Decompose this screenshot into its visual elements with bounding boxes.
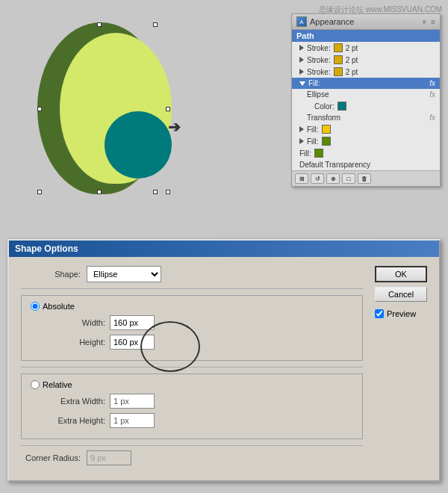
fill-row-4[interactable]: Fill: (292, 147, 440, 159)
expand-icon (299, 57, 304, 63)
width-input[interactable] (110, 315, 155, 330)
default-transparency-row: Default Transparency (292, 159, 440, 170)
ellipse-label: Ellipse (307, 90, 329, 99)
absolute-radio[interactable] (31, 302, 40, 311)
extra-width-input[interactable] (110, 394, 155, 409)
dialog-title: Shape Options (15, 244, 78, 254)
expand-icon (299, 45, 304, 51)
avocado-seed (105, 111, 172, 179)
panel-close-button[interactable]: × (422, 18, 426, 26)
preview-row: Preview (375, 309, 427, 318)
fill-color-2 (322, 125, 331, 134)
selection-handle (153, 22, 158, 27)
extra-height-row: Extra Height: (31, 413, 353, 428)
stroke-label-2: Stroke: (307, 56, 331, 64)
default-transparency-label: Default Transparency (299, 161, 370, 169)
fill-label-3: Fill: (307, 137, 319, 146)
corner-radius-input (87, 450, 131, 465)
transform-sub-row[interactable]: Transform fx (292, 112, 440, 123)
stroke-row-3[interactable]: Stroke: 2 pt (292, 66, 440, 78)
extra-width-label: Extra Width: (46, 397, 105, 406)
fill-label-2: Fill: (307, 125, 319, 134)
selection-handle (166, 107, 170, 111)
avocado-flesh (60, 33, 172, 184)
stroke-color-1 (334, 43, 343, 52)
selection-handle (153, 190, 158, 194)
height-input[interactable] (110, 335, 155, 350)
ellipse-sub-row[interactable]: Ellipse fx (292, 89, 440, 100)
selection-handle (37, 107, 42, 111)
bottom-btn-4[interactable]: □ (342, 173, 355, 184)
separator-2 (21, 367, 363, 368)
stroke-value-1: 2 pt (346, 44, 358, 52)
extra-width-row: Extra Width: (31, 394, 353, 409)
extra-height-label: Extra Height: (46, 416, 105, 425)
shape-label: Shape: (21, 270, 81, 279)
fx-label-fill: fx (429, 79, 435, 87)
expand-icon (299, 69, 304, 75)
stroke-color-2 (334, 55, 343, 64)
stroke-value-3: 2 pt (346, 68, 358, 76)
preview-label: Preview (387, 309, 416, 318)
shape-select-container: Ellipse Rectangle Rounded Rectangle (87, 266, 161, 282)
panel-menu-icon[interactable]: ≡ (431, 18, 435, 26)
shape-row: Shape: Ellipse Rectangle Rounded Rectang… (21, 266, 363, 282)
fill-row-2[interactable]: Fill: (292, 123, 440, 135)
fx-label-ellipse: fx (429, 90, 435, 99)
corner-radius-label: Corner Radius: (21, 453, 81, 462)
height-label: Height: (46, 338, 105, 347)
right-buttons-area: OK Cancel Preview (375, 266, 427, 318)
extra-height-input[interactable] (110, 413, 155, 428)
separator-3 (21, 445, 363, 446)
fill-color-3 (322, 137, 331, 146)
fx-label-transform: fx (429, 114, 435, 122)
relative-radio-row: Relative (31, 380, 353, 389)
ok-button[interactable]: OK (375, 266, 427, 282)
bottom-btn-3[interactable]: ⊕ (326, 173, 340, 184)
panel-bottom-bar: ⊞ ↺ ⊕ □ 🗑 (292, 170, 440, 186)
relative-radio[interactable] (31, 380, 40, 389)
selection-handle (166, 190, 170, 194)
left-content: Shape: Ellipse Rectangle Rounded Rectang… (21, 266, 363, 471)
stroke-row-1[interactable]: Stroke: 2 pt (292, 42, 440, 54)
arrow-indicator: ➔ (168, 118, 181, 136)
stroke-row-2[interactable]: Stroke: 2 pt (292, 54, 440, 66)
selection-handle (97, 22, 102, 27)
separator-1 (21, 288, 363, 289)
fill-label-expanded: Fill: (308, 79, 320, 87)
fill-color-4 (314, 149, 323, 158)
preview-checkbox[interactable] (375, 309, 384, 318)
bottom-btn-2[interactable]: ↺ (311, 173, 324, 184)
color-label: Color: (314, 102, 335, 111)
stroke-value-2: 2 pt (346, 56, 358, 64)
color-sub-row[interactable]: Color: (292, 100, 440, 112)
panel-icon: A (296, 16, 307, 27)
avocado-illustration (22, 22, 187, 217)
panel-title-text: Appearance (310, 17, 354, 26)
absolute-group: Absolute Width: Height: (21, 295, 363, 361)
avocado-outer-skin (37, 22, 164, 194)
corner-radius-row: Corner Radius: (21, 450, 363, 465)
width-label: Width: (46, 318, 105, 327)
dialog-titlebar: Shape Options (9, 241, 439, 257)
width-row: Width: (31, 315, 353, 330)
height-row: Height: (31, 335, 353, 350)
expand-icon-3 (299, 138, 304, 144)
bottom-btn-delete[interactable]: 🗑 (358, 173, 371, 184)
absolute-radio-row: Absolute (31, 302, 353, 311)
relative-group: Relative Extra Width: Extra Height: (21, 373, 363, 439)
dialog-content: Shape: Ellipse Rectangle Rounded Rectang… (9, 257, 439, 480)
shape-select[interactable]: Ellipse Rectangle Rounded Rectangle (87, 266, 161, 282)
cancel-button[interactable]: Cancel (375, 287, 427, 302)
bottom-btn-1[interactable]: ⊞ (295, 173, 308, 184)
panel-titlebar: A Appearance × ≡ (292, 14, 440, 30)
fill-expanded-row[interactable]: Fill: fx (292, 78, 440, 89)
relative-label: Relative (43, 380, 72, 389)
selection-handle (97, 190, 102, 194)
stroke-label-3: Stroke: (307, 68, 331, 76)
panel-title-area: A Appearance (296, 16, 354, 27)
expand-icon-2 (299, 126, 304, 132)
fill-row-3[interactable]: Fill: (292, 135, 440, 147)
top-section: 思缘设计论坛 www.MISSVUAN.COM ➔ A Appearance × (0, 0, 448, 232)
fill-label-4: Fill: (299, 149, 311, 158)
